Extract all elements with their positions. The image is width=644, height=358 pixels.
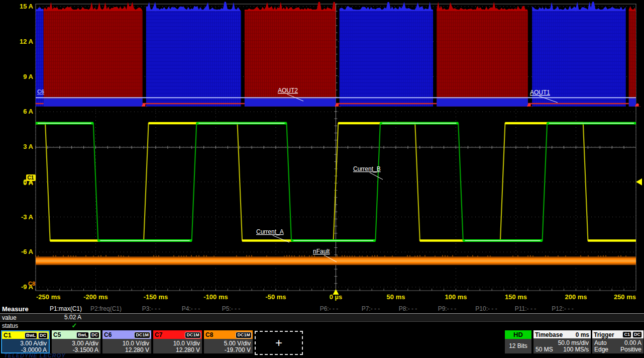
timebase-samples: 50 MS: [535, 346, 553, 353]
channel-descriptor-c8[interactable]: C8DC1M5.00 V/div-19.700 V: [204, 330, 253, 353]
timebase-sample-line: 50 MS 100 MS/s: [533, 346, 591, 353]
channel-name: C5: [53, 331, 61, 338]
trigger-mode: Auto: [594, 339, 607, 346]
trace-label-aout1: AOUT1: [530, 89, 550, 96]
c6-position-marker: C6: [37, 88, 44, 95]
channel-scale: 10.0 V/div: [155, 340, 200, 347]
channel-offset: 12.280 V: [155, 346, 200, 353]
channel-badge-dc1m: DC1M: [134, 332, 150, 338]
timebase-scale-line: 50.0 ms/div: [533, 339, 591, 346]
channel-header-c6: C6DC1M: [102, 330, 151, 339]
c8-position-marker: C8: [28, 281, 35, 287]
timebase-offset: 0 ms: [576, 331, 589, 338]
svg-text:0 A: 0 A: [23, 179, 33, 187]
channel-descriptor-c6[interactable]: C6DC1M10.0 V/div12.280 V: [102, 330, 151, 353]
channel-name: C1: [4, 332, 11, 339]
svg-text:15 A: 15 A: [20, 3, 34, 10]
channel-name: C7: [155, 331, 162, 338]
waveform-display: 15 A12 A9 A6 A3 A0 A-3 A-6 A-9 A-250 ms-…: [0, 0, 644, 304]
hd-badge: HD: [505, 330, 531, 339]
channel-descriptor-c1[interactable]: C1BwLDC3.00 A/div-3.0000 A: [1, 330, 50, 353]
trigger-level: 0.00 A: [624, 339, 641, 346]
trigger-box[interactable]: Trigger C1 DC Auto 0.00 A Edge Positive: [592, 330, 643, 353]
channel-scale: 3.00 A/div: [53, 340, 98, 347]
trigger-header: Trigger C1 DC: [592, 330, 643, 338]
channel-descriptor-c5[interactable]: C5BwLDC3.00 A/div-3.1500 A: [52, 330, 100, 353]
svg-text:50 ms: 50 ms: [387, 293, 405, 301]
channel-badge-dc1m: DC1M: [185, 332, 201, 338]
timebase-title: Timebase: [535, 331, 563, 338]
hd-mode-box[interactable]: HD 12 Bits: [505, 330, 531, 353]
trigger-mode-line: Auto 0.00 A: [592, 339, 643, 346]
measure-status-row: status ✓: [0, 322, 644, 330]
timebase-scale: 50.0 ms/div: [558, 339, 589, 346]
trigger-title: Trigger: [594, 331, 614, 338]
trigger-type-line: Edge Positive: [592, 346, 643, 353]
svg-text:-150 ms: -150 ms: [144, 293, 168, 301]
svg-text:250 ms: 250 ms: [614, 293, 636, 301]
svg-text:-6 A: -6 A: [21, 248, 34, 255]
trace-label-aout2: AOUT2: [278, 87, 298, 94]
trigger-slope: Positive: [620, 346, 641, 353]
measure-header-row: Measure P1:max(C1)P2:freq(C1)P3:- - -P4:…: [0, 305, 644, 313]
channel-header-c1: C1BwLDC: [2, 331, 49, 339]
timebase-rate: 100 MS/s: [563, 346, 589, 353]
measure-table: Measure P1:max(C1)P2:freq(C1)P3:- - -P4:…: [0, 305, 644, 330]
trigger-level-marker: [636, 178, 642, 186]
svg-text:100 ms: 100 ms: [445, 293, 467, 301]
measure-title: Measure: [2, 305, 29, 313]
add-trace-button[interactable]: +: [255, 331, 303, 355]
status-check-icon: ✓: [67, 322, 81, 329]
hd-bits-label: 12 Bits: [505, 339, 531, 353]
channel-offset: 12.280 V: [104, 346, 149, 353]
trace-label-current_b: Current_B: [353, 165, 381, 172]
trace-labels: AOUT2AOUT1Current_BCurrent_AnFault: [256, 87, 558, 262]
measure-column-p12[interactable]: P12:- - -: [532, 305, 593, 312]
channel-badge-bwl: BwL: [76, 332, 89, 338]
aout-pwm-blocks: [36, 2, 641, 107]
channel-header-c5: C5BwLDC: [52, 330, 100, 339]
svg-text:200 ms: 200 ms: [565, 293, 587, 301]
trace-label-nfault: nFault: [313, 248, 330, 255]
trace-label-current_a: Current_A: [256, 228, 284, 235]
timebase-header: Timebase 0 ms: [533, 330, 591, 338]
svg-text:-50 ms: -50 ms: [265, 293, 286, 301]
svg-text:9 A: 9 A: [23, 73, 33, 80]
channel-name: C8: [205, 331, 213, 338]
svg-text:-100 ms: -100 ms: [203, 293, 228, 301]
channel-scale: 3.00 A/div: [2, 340, 47, 347]
svg-text:3 A: 3 A: [23, 143, 33, 150]
svg-text:12 A: 12 A: [20, 38, 34, 45]
channel-badge-dc: DC: [90, 332, 99, 338]
measure-p1-value: 5.02 A: [30, 314, 81, 321]
trigger-time-marker: [333, 289, 339, 295]
channel-badge-bwl: BwL: [25, 332, 37, 339]
measure-status-row-label: status: [2, 322, 18, 329]
brand-logo: TELEDYNE LECROY: [4, 352, 66, 358]
channel-offset: -19.700 V: [205, 346, 251, 353]
timebase-box[interactable]: Timebase 0 ms 50.0 ms/div 50 MS 100 MS/s: [533, 330, 591, 353]
svg-text:-3 A: -3 A: [21, 213, 34, 221]
plus-icon: +: [275, 336, 282, 350]
trigger-type: Edge: [594, 346, 608, 353]
channel-badge-dc: DC: [38, 332, 48, 339]
channel-header-c8: C8DC1M: [204, 330, 253, 339]
trigger-coupling-badge: DC: [632, 331, 642, 338]
trigger-source-badge: C1: [622, 331, 631, 338]
measure-column-p5[interactable]: P5:- - -: [201, 305, 261, 312]
channel-descriptor-c7[interactable]: C7DC1M10.0 V/div12.280 V: [153, 330, 202, 353]
channel-badge-dc1m: DC1M: [236, 332, 252, 338]
measure-value-row: value 5.02 A: [0, 313, 644, 322]
svg-text:-200 ms: -200 ms: [83, 293, 108, 301]
measure-value-row-label: value: [2, 314, 17, 321]
channel-scale: 5.00 V/div: [205, 340, 251, 347]
oscilloscope-app: 15 A12 A9 A6 A3 A0 A-3 A-6 A-9 A-250 ms-…: [0, 0, 644, 358]
channel-header-c7: C7DC1M: [153, 330, 202, 339]
svg-text:150 ms: 150 ms: [505, 293, 527, 301]
channel-name: C6: [104, 331, 112, 338]
channel-scale: 10.0 V/div: [104, 340, 149, 347]
svg-text:6 A: 6 A: [23, 108, 33, 115]
svg-text:-250 ms: -250 ms: [36, 293, 60, 301]
